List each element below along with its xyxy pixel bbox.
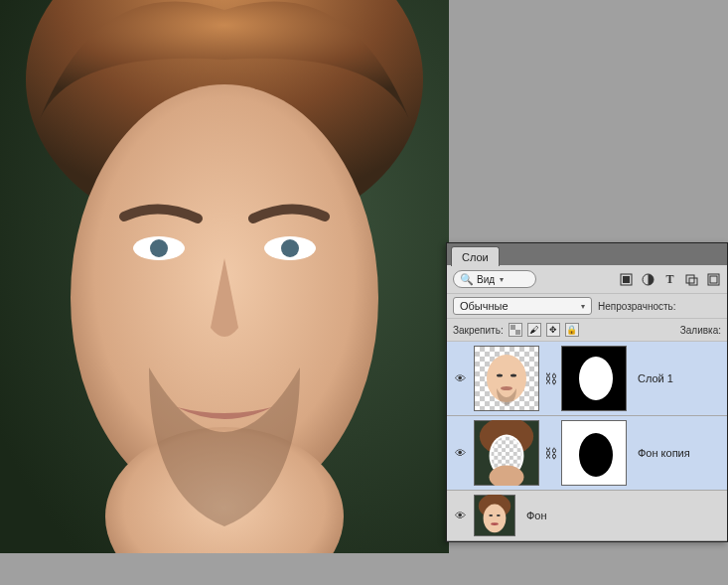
- filter-smartobject-icon[interactable]: [706, 272, 721, 287]
- layer-row[interactable]: 👁 Фон: [447, 491, 727, 541]
- svg-point-34: [489, 514, 493, 516]
- panel-tabstrip: Слои: [447, 243, 727, 265]
- filter-label: Вид: [477, 274, 495, 285]
- visibility-toggle[interactable]: 👁: [451, 372, 469, 384]
- layers-list: 👁 ⛓ Слой 1 👁: [447, 342, 727, 541]
- blend-mode-dropdown[interactable]: Обычные ▾: [453, 297, 592, 315]
- svg-point-6: [150, 239, 168, 257]
- canvas-preview[interactable]: [0, 0, 449, 553]
- svg-point-20: [501, 386, 512, 390]
- svg-point-35: [497, 514, 501, 516]
- svg-rect-11: [686, 275, 694, 283]
- lock-transparency-icon[interactable]: [509, 323, 522, 337]
- link-icon[interactable]: ⛓: [544, 444, 556, 462]
- svg-rect-9: [623, 276, 630, 283]
- lock-position-icon[interactable]: ✥: [546, 323, 560, 337]
- tab-layers[interactable]: Слои: [451, 246, 500, 266]
- svg-point-7: [281, 239, 299, 257]
- chevron-down-icon: ▾: [581, 302, 585, 311]
- svg-rect-14: [710, 276, 717, 283]
- svg-rect-15: [510, 325, 515, 330]
- layer-row[interactable]: 👁 ⛓ Фон копия: [447, 416, 727, 491]
- panel-blend-row: Обычные ▾ Непрозрачность:: [447, 293, 727, 319]
- svg-point-21: [579, 357, 613, 400]
- visibility-toggle[interactable]: 👁: [451, 510, 469, 521]
- layer-thumbnail[interactable]: [474, 420, 539, 486]
- panel-filter-row: 🔍 Вид ▾ T: [447, 265, 727, 293]
- mask-thumbnail[interactable]: [561, 346, 627, 411]
- layer-name[interactable]: Слой 1: [638, 372, 673, 384]
- svg-rect-12: [689, 278, 697, 285]
- fill-label: Заливка:: [680, 325, 721, 336]
- lock-pixels-icon[interactable]: 🖌: [527, 323, 541, 337]
- mask-thumbnail[interactable]: [561, 420, 627, 486]
- svg-point-19: [510, 374, 516, 377]
- link-icon[interactable]: ⛓: [544, 369, 556, 387]
- layer-thumbnail[interactable]: [474, 495, 515, 536]
- search-icon: 🔍: [460, 273, 474, 286]
- filter-adjustment-icon[interactable]: [641, 272, 655, 287]
- filter-type-icon[interactable]: T: [662, 272, 677, 287]
- layer-name[interactable]: Фон: [526, 510, 547, 521]
- svg-point-36: [491, 522, 499, 525]
- svg-point-17: [487, 355, 526, 402]
- svg-point-33: [484, 505, 507, 533]
- layer-row[interactable]: 👁 ⛓ Слой 1: [447, 342, 727, 416]
- blend-mode-value: Обычные: [460, 300, 509, 312]
- layer-filter-dropdown[interactable]: 🔍 Вид ▾: [453, 270, 536, 288]
- svg-rect-16: [515, 330, 520, 335]
- layer-name[interactable]: Фон копия: [638, 447, 690, 459]
- panel-lock-row: Закрепить: 🖌 ✥ 🔒 Заливка:: [447, 319, 727, 342]
- svg-point-30: [579, 433, 613, 477]
- lock-all-icon[interactable]: 🔒: [565, 323, 579, 337]
- filter-pixel-icon[interactable]: [619, 272, 634, 287]
- lock-label: Закрепить:: [453, 325, 504, 336]
- chevron-down-icon: ▾: [500, 275, 504, 284]
- layers-panel: Слои 🔍 Вид ▾ T Обычные ▾ Непрозрачность:…: [446, 242, 728, 542]
- filter-shape-icon[interactable]: [684, 272, 699, 287]
- visibility-toggle[interactable]: 👁: [451, 447, 469, 459]
- svg-point-18: [497, 374, 503, 377]
- opacity-label: Непрозрачность:: [598, 301, 676, 312]
- layer-thumbnail[interactable]: [474, 346, 539, 411]
